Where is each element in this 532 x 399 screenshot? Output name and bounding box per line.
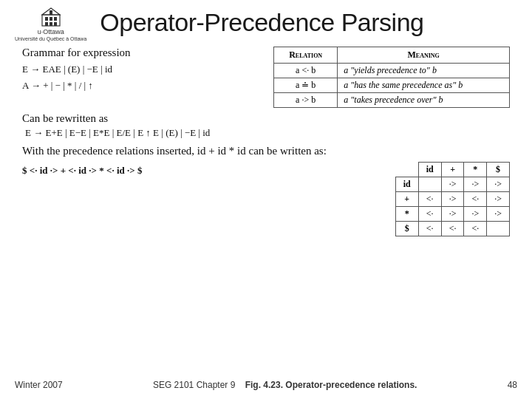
table-row: a <· b a "yields precedence to" b — [274, 64, 510, 78]
content: Grammar for expression E → EAE | (E) | −… — [15, 47, 510, 236]
rel-meaning-1: a "yields precedence to" b — [338, 64, 510, 78]
grammar-left: Grammar for expression E → EAE | (E) | −… — [22, 47, 273, 95]
cell-dollar-plus: <· — [441, 222, 464, 236]
footer: Winter 2007 SEG 2101 Chapter 9 Fig. 4.23… — [15, 380, 517, 390]
svg-rect-6 — [54, 22, 57, 26]
matrix-row-dollar: $ <· <· <· — [395, 222, 509, 236]
cell-star-plus: ·> — [441, 207, 464, 222]
footer-center-text: SEG 2101 Chapter 9 — [153, 380, 235, 390]
matrix-row-star: * <· ·> ·> ·> — [395, 207, 509, 222]
svg-rect-8 — [50, 10, 52, 15]
matrix-row-id: id ·> ·> ·> — [395, 177, 509, 192]
lower-left: $ <· id ·> + <· id ·> * <· id ·> $ — [22, 162, 384, 177]
rewritten-formula: E → E+E | E−E | E*E | E/E | E ↑ E | (E) … — [25, 127, 510, 139]
rel-meaning-3: a "takes precedence over" b — [338, 93, 510, 108]
corner-cell — [395, 163, 418, 177]
svg-rect-1 — [45, 17, 48, 21]
grammar-formula: E → EAE | (E) | −E | id A → + | − | * | … — [22, 62, 266, 94]
cell-id-plus: ·> — [441, 177, 464, 192]
table-row: a ·> b a "takes precedence over" b — [274, 93, 510, 108]
row-header-id: id — [395, 177, 418, 192]
precedence-matrix: id + * $ id ·> ·> ·> — [395, 162, 510, 236]
relation-col-header: Relation — [274, 47, 338, 64]
grammar-line-1: E → EAE | (E) | −E | id — [22, 62, 266, 78]
cell-dollar-id: <· — [418, 222, 441, 236]
footer-center: SEG 2101 Chapter 9 Fig. 4.23. Operator-p… — [63, 380, 508, 390]
relation-table-wrapper: Relation Meaning a <· b a "yields preced… — [273, 47, 510, 108]
svg-rect-5 — [50, 22, 52, 26]
dollar-formula: $ <· id ·> + <· id ·> * <· id ·> $ — [22, 165, 384, 177]
precedence-label: With the precedence relations inserted, … — [22, 145, 510, 157]
cell-dollar-dollar — [487, 222, 510, 236]
top-section: Grammar for expression E → EAE | (E) | −… — [22, 47, 510, 108]
rel-symbol-3: a ·> b — [274, 93, 338, 108]
row-header-dollar: $ — [395, 222, 418, 236]
title-area: Operator-Precedence Parsing — [100, 7, 510, 36]
rewritten-label: Can be rewritten as — [22, 112, 510, 125]
matrix-wrapper: id + * $ id ·> ·> ·> — [395, 162, 510, 236]
cell-star-id: <· — [418, 207, 441, 222]
row-header-star: * — [395, 207, 418, 222]
row-header-plus: + — [395, 192, 418, 207]
rel-meaning-2: a "has the same precedence as" b — [338, 78, 510, 93]
cell-plus-id: <· — [418, 192, 441, 207]
col-header-star: * — [464, 163, 487, 177]
page: u·Ottawa Université du Québec à Ottawa O… — [0, 0, 532, 399]
cell-id-id — [418, 177, 441, 192]
footer-left: Winter 2007 — [15, 380, 63, 390]
col-header-plus: + — [441, 163, 464, 177]
header: u·Ottawa Université du Québec à Ottawa O… — [15, 7, 510, 42]
page-title: Operator-Precedence Parsing — [100, 9, 510, 36]
cell-id-star: ·> — [464, 177, 487, 192]
cell-plus-plus: ·> — [441, 192, 464, 207]
footer-caption: Fig. 4.23. Operator-precedence relations… — [245, 380, 417, 390]
table-row: a ≐ b a "has the same precedence as" b — [274, 78, 510, 93]
svg-rect-3 — [54, 17, 57, 21]
cell-plus-star: <· — [464, 192, 487, 207]
matrix-row-plus: + <· ·> <· ·> — [395, 192, 509, 207]
cell-dollar-star: <· — [464, 222, 487, 236]
grammar-line-2: A → + | − | * | / | ↑ — [22, 78, 266, 94]
relation-table: Relation Meaning a <· b a "yields preced… — [273, 47, 510, 108]
university-icon — [41, 7, 61, 27]
col-header-dollar: $ — [487, 163, 510, 177]
logo-area: u·Ottawa Université du Québec à Ottawa — [15, 7, 86, 42]
logo-text: u·Ottawa Université du Québec à Ottawa — [15, 28, 86, 42]
svg-rect-4 — [45, 22, 48, 26]
rel-symbol-1: a <· b — [274, 64, 338, 78]
col-header-id: id — [418, 163, 441, 177]
footer-right: 48 — [508, 380, 517, 390]
grammar-label: Grammar for expression — [22, 47, 266, 59]
meaning-col-header: Meaning — [338, 47, 510, 64]
rel-symbol-2: a ≐ b — [274, 78, 338, 93]
cell-star-star: ·> — [464, 207, 487, 222]
svg-rect-2 — [50, 17, 52, 21]
cell-id-dollar: ·> — [487, 177, 510, 192]
cell-plus-dollar: ·> — [487, 192, 510, 207]
lower-section: $ <· id ·> + <· id ·> * <· id ·> $ id + … — [22, 162, 510, 236]
cell-star-dollar: ·> — [487, 207, 510, 222]
